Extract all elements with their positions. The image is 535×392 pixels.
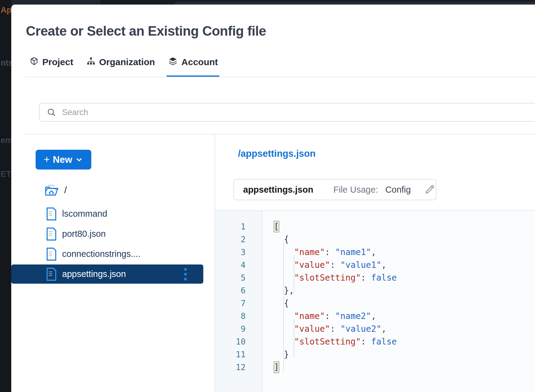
tab-organization[interactable]: Organization — [85, 53, 156, 72]
new-button-label: New — [53, 154, 72, 165]
tree-root-folder[interactable]: / — [11, 183, 215, 197]
line-number: 2 — [215, 233, 262, 246]
code-line: 7 { — [215, 297, 535, 310]
tab-label: Organization — [99, 57, 155, 67]
search-input[interactable] — [62, 108, 535, 117]
tabs-divider — [25, 77, 535, 77]
new-button[interactable]: + New — [36, 150, 91, 170]
file-name: lscommand — [62, 209, 107, 219]
code-line: 3 "name": "name1", — [215, 246, 535, 259]
code-line-content: ] — [262, 361, 535, 374]
line-number: 3 — [215, 246, 262, 259]
code-line-content: "name": "name2", — [262, 310, 535, 323]
tab-label: Project — [42, 57, 73, 67]
code-line: 5 "slotSetting": false — [215, 271, 535, 284]
plus-icon: + — [44, 153, 50, 165]
file-name: connectionstrings.... — [62, 249, 141, 259]
cube-icon — [30, 57, 39, 68]
chevron-down-icon — [75, 156, 83, 164]
line-number: 6 — [215, 284, 262, 297]
background-text-fragment: ents — [1, 136, 11, 145]
file-item-appsettings-json[interactable]: appsettings.json — [11, 264, 203, 284]
code-editor[interactable]: 1[2 {3 "name": "name1",4 "value": "value… — [215, 211, 535, 392]
line-number: 12 — [215, 361, 262, 374]
root-folder-label: / — [64, 185, 67, 196]
file-usage-value: Config — [385, 185, 411, 195]
file-icon — [46, 268, 57, 281]
code-line-content: "slotSetting": false — [262, 335, 535, 348]
code-line-content: "value": "value1", — [262, 259, 535, 271]
file-name: appsettings.json — [62, 269, 126, 279]
file-item-port80-json[interactable]: port80.json — [11, 224, 203, 243]
file-path-link[interactable]: /appsettings.json — [238, 148, 316, 159]
search-icon — [47, 108, 56, 117]
code-line: 9 "value": "value2", — [215, 323, 535, 335]
code-line-content: "name": "name1", — [262, 246, 535, 259]
edit-usage-button[interactable] — [424, 184, 435, 195]
search-box[interactable] — [39, 103, 535, 122]
code-lines: 1[2 {3 "name": "name1",4 "value": "value… — [215, 220, 535, 374]
file-item-connectionstrings[interactable]: connectionstrings.... — [11, 244, 203, 264]
org-chart-icon — [86, 57, 96, 68]
background-text-fragment: Api — [1, 5, 11, 15]
background-text-fragment: ET — [1, 170, 11, 179]
line-number: 1 — [215, 220, 262, 233]
code-line-content: }, — [262, 284, 535, 297]
code-line: 8 "name": "name2", — [215, 310, 535, 323]
kebab-menu-icon[interactable] — [184, 268, 187, 280]
file-tree: / lscommandport80.jsonconnectionstrings.… — [11, 183, 215, 285]
file-icon — [46, 247, 57, 261]
tab-project[interactable]: Project — [28, 53, 75, 72]
tab-label: Account — [181, 57, 218, 67]
file-list: lscommandport80.jsonconnectionstrings...… — [11, 204, 215, 284]
line-number: 9 — [215, 323, 262, 335]
code-line-content: } — [262, 348, 535, 361]
open-folder-icon — [45, 184, 59, 196]
code-line-content: "slotSetting": false — [262, 271, 535, 284]
file-icon — [46, 227, 57, 241]
line-number: 11 — [215, 348, 262, 361]
chip-file-name: appsettings.json — [243, 185, 313, 195]
code-line-content: { — [262, 297, 535, 310]
code-line: 1[ — [215, 220, 535, 233]
line-number: 8 — [215, 310, 262, 323]
tab-account[interactable]: Account — [166, 53, 219, 72]
line-number: 10 — [215, 335, 262, 348]
code-line: 4 "value": "value1", — [215, 259, 535, 271]
code-line-content: { — [262, 233, 535, 246]
code-line: 12] — [215, 361, 535, 374]
file-icon — [46, 207, 57, 221]
file-usage-label: File Usage: — [333, 185, 378, 195]
background-text-fragment: nts — [1, 58, 11, 68]
code-line-content: [ — [262, 220, 535, 233]
layers-icon — [168, 57, 178, 68]
code-line: 6 }, — [215, 284, 535, 297]
file-usage-chip: appsettings.json File Usage: Config — [233, 179, 436, 200]
code-line: 2 { — [215, 233, 535, 246]
tab-bar: ProjectOrganizationAccount — [28, 53, 219, 77]
line-number: 7 — [215, 297, 262, 310]
file-viewer-panel: /appsettings.json appsettings.json File … — [215, 135, 535, 392]
config-file-dialog: Create or Select an Existing Config file… — [11, 5, 535, 392]
dialog-title: Create or Select an Existing Config file — [26, 23, 266, 39]
code-line-content: "value": "value2", — [262, 323, 535, 335]
file-name: port80.json — [62, 229, 106, 239]
code-line: 10 "slotSetting": false — [215, 335, 535, 348]
line-number: 4 — [215, 259, 262, 271]
page-background-left-strip: ApintsentsET — [0, 0, 11, 392]
file-tree-panel: + New / lscommandport80.jsonconnectionst… — [11, 135, 215, 392]
file-item-lscommand[interactable]: lscommand — [11, 204, 203, 223]
line-number: 5 — [215, 271, 262, 284]
code-line: 11 } — [215, 348, 535, 361]
pencil-icon — [424, 184, 435, 195]
